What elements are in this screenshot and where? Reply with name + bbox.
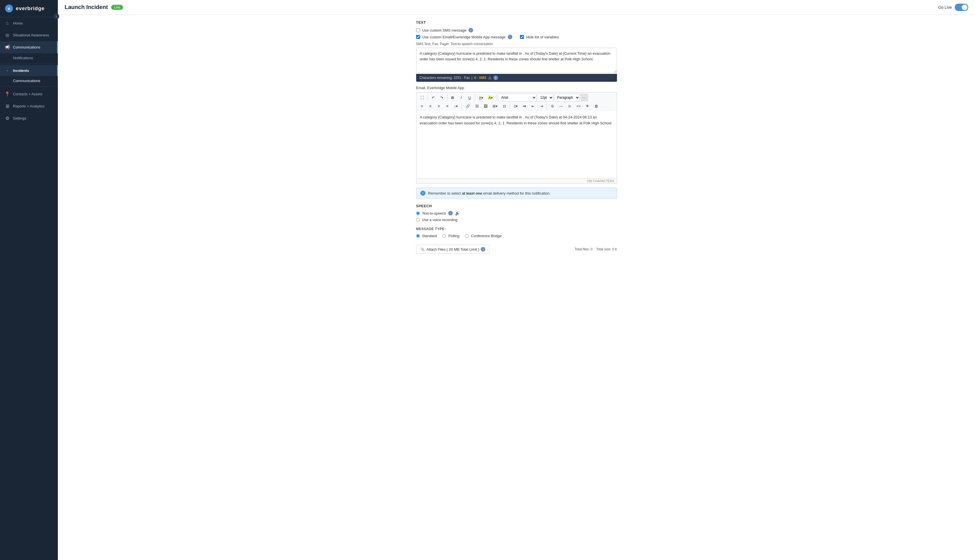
custom-email-checkbox[interactable] <box>416 35 420 39</box>
custom-sms-info-icon[interactable]: i <box>469 28 473 32</box>
sidebar-item-settings-label: Settings <box>13 116 26 120</box>
sms-counter-info-icon[interactable]: i <box>493 75 498 80</box>
fullscreen-button[interactable]: ⛶ <box>418 93 426 102</box>
hr-button[interactable]: — <box>557 102 565 110</box>
highlight-button[interactable]: A▾ <box>486 93 495 102</box>
sidebar-sub-item-notifications[interactable]: Notifications <box>0 53 58 63</box>
sidebar-item-incidents-label: Incidents <box>13 68 29 73</box>
go-live-toggle[interactable] <box>955 4 968 11</box>
header-right: Go Live <box>938 4 968 11</box>
attach-btn-label: Attach Files ( 20 MB Total Limit ) <box>427 247 479 252</box>
page-header: Launch Incident Live Go Live <box>58 0 975 15</box>
font-color-button[interactable]: A▾ <box>477 93 486 102</box>
clear-format-button[interactable]: 🗑 <box>592 102 600 110</box>
home-icon: ⌂ <box>5 21 10 26</box>
go-live-label: Go Live <box>938 5 952 10</box>
link-button[interactable]: 🔗 <box>463 102 472 110</box>
collapse-sidebar-button[interactable]: ‹ <box>53 13 58 19</box>
justify-button[interactable]: ≡ <box>444 102 451 110</box>
more-options-button[interactable]: ··· <box>580 93 588 102</box>
sidebar-item-reports-analytics[interactable]: ⊞ Reports + Analytics <box>0 100 58 112</box>
standard-radio[interactable] <box>416 234 420 238</box>
unlink-button[interactable]: ⛓ <box>473 102 481 110</box>
info-notice: i Remember to select at least one email … <box>416 188 617 199</box>
conference-bridge-radio-row: Conference Bridge <box>465 234 501 238</box>
code-button[interactable]: <> <box>574 102 583 110</box>
sidebar-item-settings[interactable]: ⚙ Settings <box>0 112 58 124</box>
tts-radio[interactable] <box>416 212 420 215</box>
font-size-select[interactable]: 12pt 10pt 14pt 16pt <box>537 93 554 102</box>
sidebar-sub-item-communications[interactable]: Communications <box>0 76 58 85</box>
conference-bridge-label: Conference Bridge <box>471 234 501 238</box>
bold-button[interactable]: B <box>449 93 457 102</box>
warning-icon: ⚠ <box>488 75 492 80</box>
unordered-list-button[interactable]: •▾ <box>521 102 528 110</box>
speaker-icon: 🔊 <box>455 211 460 215</box>
polling-radio-row: Polling <box>442 234 459 238</box>
custom-sms-checkbox[interactable] <box>416 28 420 32</box>
sidebar-item-contacts-assets[interactable]: 📍 Contacts + Assets <box>0 88 58 100</box>
settings-icon: ⚙ <box>5 116 10 121</box>
rte-char-count: 230 CHARACTERS <box>416 179 617 183</box>
align-right-button[interactable]: ≡ <box>435 102 443 110</box>
polling-label: Polling <box>448 234 459 238</box>
live-badge: Live <box>111 5 123 10</box>
sidebar-item-communications[interactable]: 📢 Communications <box>0 41 58 53</box>
sidebar-item-home[interactable]: ⌂ Home <box>0 17 58 29</box>
redo-button[interactable]: ↷ <box>438 93 446 102</box>
voice-recording-radio[interactable] <box>416 218 420 222</box>
voice-recording-radio-row: Use a voice recording <box>416 218 617 222</box>
text-section-title: TEXT <box>416 20 617 25</box>
ordered-list-button[interactable]: 1▾ <box>511 102 520 110</box>
polling-radio[interactable] <box>442 234 446 238</box>
tts-radio-row: Text-to-speech i 🔊 <box>416 211 617 215</box>
custom-email-info-icon[interactable]: i <box>508 35 513 39</box>
sidebar: e everbridge ‹ ⌂ Home ◎ Situational Awar… <box>0 0 58 560</box>
incidents-icon: ● <box>5 69 10 72</box>
custom-sms-label: Use custom SMS message <box>422 28 467 32</box>
info-notice-icon: i <box>420 191 426 196</box>
underline-button[interactable]: U <box>466 93 474 102</box>
strikethrough-button[interactable]: S <box>548 102 556 110</box>
char-counter-bar: Characters remaining: 2251 - Fax | 0 - S… <box>416 74 617 82</box>
standard-label: Standard <box>422 234 437 238</box>
line-height-button[interactable]: ↕▾ <box>452 102 461 110</box>
tts-info-icon[interactable]: i <box>448 211 453 215</box>
reports-analytics-icon: ⊞ <box>5 103 10 109</box>
logo-text: everbridge <box>16 6 45 12</box>
indent-button[interactable]: ⇥ <box>538 102 545 110</box>
toolbar-row-1: ⛶ ↶ ↷ B I U A▾ A▾ <box>418 93 615 102</box>
message-type-title: MESSAGE TYPE: <box>416 227 617 231</box>
attach-info-icon[interactable]: i <box>481 247 485 252</box>
superscript-button[interactable]: Ix <box>566 102 574 110</box>
sidebar-item-contacts-assets-label: Contacts + Assets <box>13 92 42 96</box>
image-button[interactable]: 🖼 <box>482 102 490 110</box>
conference-bridge-radio[interactable] <box>465 234 469 238</box>
standard-radio-row: Standard <box>416 234 437 238</box>
header-left: Launch Incident Live <box>65 4 123 10</box>
sidebar-item-situational-awareness[interactable]: ◎ Situational Awareness <box>0 29 58 41</box>
rte-content: A category {Catagory} hurricane is predi… <box>420 115 613 125</box>
attach-files-button[interactable]: 📎 Attach Files ( 20 MB Total Limit ) i <box>416 245 490 254</box>
sms-field-label: SMS Text, Fax, Pager, Text-to-speech con… <box>416 42 617 46</box>
outdent-button[interactable]: ⇤ <box>529 102 537 110</box>
preview-button[interactable]: 👁 <box>583 102 592 110</box>
align-left-button[interactable]: ≡ <box>418 102 426 110</box>
rte-body[interactable]: A category {Catagory} hurricane is predi… <box>416 111 617 179</box>
paragraph-style-select[interactable]: Paragraph Heading 1 Heading 2 <box>554 93 580 102</box>
logo: e everbridge <box>0 0 58 17</box>
sms-textarea[interactable]: A category {Catagory} hurricane is predi… <box>416 48 617 73</box>
font-family-select[interactable]: Arial Times New Roman Courier New <box>498 93 537 102</box>
separator: | <box>471 76 472 80</box>
undo-button[interactable]: ↶ <box>429 93 437 102</box>
toolbar-row-2: ≡ ≡ ≡ ≡ ↕▾ 🔗 ⛓ 🖼 ⊞▾ Ω 1▾ •▾ ⇤ ⇥ <box>418 102 615 110</box>
italic-button[interactable]: I <box>457 93 465 102</box>
rte-toolbar: ⛶ ↶ ↷ B I U A▾ A▾ <box>416 92 617 111</box>
special-chars-button[interactable]: Ω <box>501 102 508 110</box>
table-button[interactable]: ⊞▾ <box>490 102 500 110</box>
attach-info: Total files: 0 Total size: 0 b <box>575 247 617 251</box>
align-center-button[interactable]: ≡ <box>427 102 434 110</box>
sidebar-item-incidents[interactable]: ● Incidents <box>0 65 58 76</box>
hide-variables-checkbox[interactable] <box>520 35 524 39</box>
svg-text:e: e <box>8 6 10 11</box>
